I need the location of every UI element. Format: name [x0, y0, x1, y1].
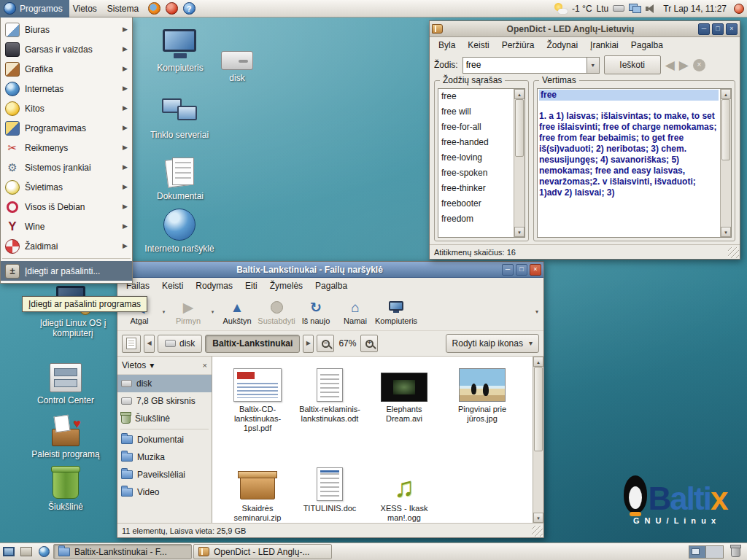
help-launcher[interactable]: ? — [182, 1, 196, 16]
menu-item-office[interactable]: Biuras — [1, 20, 132, 39]
menu-view[interactable]: Rodymas — [190, 279, 239, 292]
desktop-icon-network-servers[interactable]: Tinklo serveriai — [144, 93, 214, 140]
word-input[interactable] — [463, 58, 587, 73]
scroll-down-icon[interactable] — [533, 513, 543, 523]
menu-item-audio-video[interactable]: Garsas ir vaizdas — [1, 39, 132, 59]
scroll-down-icon[interactable] — [721, 227, 731, 237]
show-desktop-button[interactable] — [1, 545, 16, 559]
menu-help[interactable]: Pagalba — [309, 279, 353, 292]
path-button-disk[interactable]: disk — [158, 335, 202, 353]
maximize-button[interactable] — [712, 23, 724, 35]
desktop-icon-trash[interactable]: Šiukšlinė — [31, 465, 101, 512]
menu-item-add-remove[interactable]: ± Įdiegti ar pašalinti... — [1, 261, 132, 281]
sidebar-view-dropdown[interactable]: Vietos — [122, 360, 199, 370]
close-button[interactable] — [726, 23, 738, 35]
translation-scrollbar[interactable] — [720, 89, 731, 237]
sidebar-item-disk[interactable]: disk — [117, 375, 212, 392]
path-scroll-right-button[interactable] — [303, 335, 314, 353]
menu-item-wine[interactable]: Y Wine — [1, 217, 132, 236]
menu-item-system-tools[interactable]: Sistemos įrankiai — [1, 158, 132, 177]
maximize-button[interactable] — [516, 264, 527, 276]
sidebar-item-documents[interactable]: Dokumentai — [117, 431, 212, 448]
update-manager-launcher[interactable] — [164, 1, 179, 16]
sidebar-item-music[interactable]: Muzika — [117, 448, 212, 466]
menu-edit[interactable]: Keisti — [462, 39, 495, 52]
computer-button[interactable]: Kompiuteris — [375, 295, 417, 330]
home-button[interactable]: Namai — [336, 295, 375, 330]
desktop-icon-documents[interactable]: Dokumentai — [148, 155, 212, 201]
toolbar-overflow-icon[interactable] — [533, 309, 541, 315]
word-list-scrollbar[interactable] — [514, 89, 525, 237]
word-list-item[interactable]: free-handed — [438, 135, 514, 150]
menu-item-internet[interactable]: Internetas — [1, 79, 132, 98]
search-button[interactable]: Ieškoti — [604, 55, 661, 74]
word-list-item[interactable]: freebooter — [438, 196, 514, 211]
keyboard-layout-indicator[interactable]: Ltu — [597, 4, 609, 14]
file-item-zip[interactable]: Skaidrės seminarui.zip — [222, 463, 293, 523]
menu-dictionaries[interactable]: Žodynai — [541, 39, 584, 52]
sidebar-item-pictures[interactable]: Paveikslėliai — [117, 466, 212, 483]
task-button-opendict[interactable]: OpenDict - LED Anglų-... — [193, 544, 332, 559]
sidebar-item-trash[interactable]: Šiukšlinė — [117, 410, 212, 427]
trash-applet[interactable] — [728, 545, 743, 559]
path-scroll-left-button[interactable] — [144, 335, 155, 353]
menu-item-education[interactable]: Švietimas — [1, 177, 132, 197]
workspace-1[interactable] — [689, 546, 706, 558]
desktop-icon-disk[interactable]: disk — [214, 36, 260, 83]
zoom-in-button[interactable]: + — [360, 335, 378, 352]
quit-icon[interactable] — [734, 4, 744, 14]
forward-button[interactable]: Pirmyn — [169, 295, 208, 330]
workspace-2[interactable] — [706, 546, 723, 558]
menu-go[interactable]: Eiti — [239, 279, 263, 292]
file-list-area[interactable]: Baltix-CD-lankstinukas-1psl.pdf Baltix-r… — [212, 357, 533, 523]
path-button-current[interactable]: Baltix-Lankstinukai — [205, 335, 300, 353]
location-text-toggle-button[interactable] — [122, 335, 141, 353]
stop-button[interactable]: Sustabdyti — [257, 295, 296, 330]
menu-item-development[interactable]: Programavimas — [1, 118, 132, 138]
scroll-down-icon[interactable] — [514, 227, 525, 237]
menu-help[interactable]: Pagalba — [625, 39, 669, 52]
forward-history-dropdown[interactable] — [208, 295, 217, 329]
minimize-button[interactable] — [502, 264, 514, 276]
menu-tools[interactable]: Įrankiai — [584, 39, 624, 52]
history-forward-icon[interactable] — [679, 59, 689, 71]
resize-grip[interactable] — [728, 247, 739, 258]
volume-icon[interactable] — [646, 4, 656, 13]
word-list-item[interactable]: free-for-all — [438, 120, 514, 135]
applications-menu-button[interactable]: Programos — [0, 0, 69, 18]
desktop-icon-web-browser[interactable]: Interneto naršyklė — [144, 207, 214, 254]
menu-view[interactable]: Peržiūra — [496, 39, 541, 52]
minimize-button[interactable] — [698, 23, 710, 35]
history-back-icon[interactable] — [665, 59, 675, 71]
close-button[interactable] — [530, 264, 541, 276]
weather-icon[interactable] — [554, 3, 568, 15]
word-combobox[interactable] — [462, 57, 600, 74]
menu-file[interactable]: Byla — [433, 39, 461, 52]
web-launcher[interactable] — [36, 545, 51, 559]
firefox-launcher[interactable] — [147, 1, 161, 16]
word-list-item[interactable]: free-spoken — [438, 166, 514, 181]
word-list-item[interactable]: free-loving — [438, 150, 514, 166]
file-item-ogg[interactable]: XESS - Ikask man!.ogg — [367, 463, 441, 523]
file-item-jpg[interactable]: Pingvinai prie jūros.jpg — [444, 364, 520, 424]
file-item-odt[interactable]: Baltix-reklaminis-lankstinukas.odt — [297, 364, 363, 424]
system-menu-button[interactable]: Sistema — [104, 0, 145, 18]
up-button[interactable]: Aukštyn — [217, 295, 257, 330]
task-button-file-manager[interactable]: Baltix-Lankstinukai - F... — [53, 544, 192, 559]
translation-text[interactable]: free 1. a 1) laisvas; išlaisvintas; to m… — [538, 89, 720, 237]
scroll-up-icon[interactable] — [514, 89, 525, 99]
combo-dropdown-icon[interactable] — [587, 58, 599, 73]
menu-item-accessories[interactable]: Reikmenys — [1, 138, 132, 158]
scroll-up-icon[interactable] — [721, 89, 731, 99]
sidebar-item-video[interactable]: Video — [117, 483, 212, 501]
reload-button[interactable]: Iš naujo — [296, 295, 336, 330]
word-list-item[interactable]: freedom — [438, 211, 514, 227]
menu-edit[interactable]: Keisti — [156, 279, 189, 292]
menu-item-other[interactable]: Kitos — [1, 98, 132, 118]
menu-item-games[interactable]: Žaidimai — [1, 236, 132, 256]
resize-grip[interactable] — [532, 526, 543, 537]
word-list-item[interactable]: free — [438, 89, 514, 104]
word-list[interactable]: free free will free-for-all free-handed … — [438, 89, 514, 237]
file-item-avi[interactable]: Elephants Dream.avi — [367, 364, 441, 424]
battery-icon[interactable] — [613, 5, 624, 12]
